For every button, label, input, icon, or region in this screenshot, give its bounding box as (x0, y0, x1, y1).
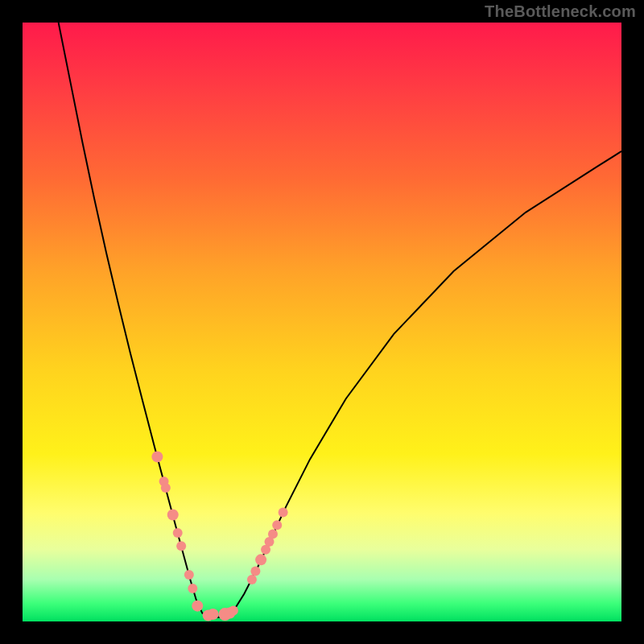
data-point (176, 541, 186, 551)
data-point (188, 584, 197, 593)
data-point (247, 575, 257, 584)
data-point (255, 554, 266, 565)
data-point-group (151, 451, 287, 621)
data-point (208, 609, 219, 620)
data-point (229, 606, 238, 616)
data-point (279, 508, 288, 518)
data-point (167, 510, 179, 521)
bottleneck-curve (59, 23, 621, 617)
stage: TheBottleneck.com (0, 0, 644, 644)
chart-svg (23, 23, 621, 621)
data-point (250, 567, 260, 576)
data-point (268, 529, 278, 539)
data-point (151, 451, 163, 462)
data-point (272, 520, 282, 530)
watermark-text: TheBottleneck.com (485, 2, 636, 21)
data-point (161, 483, 171, 493)
data-point (184, 570, 194, 580)
data-point (173, 528, 183, 538)
chart-plot-area (23, 23, 621, 621)
data-point (192, 601, 203, 612)
